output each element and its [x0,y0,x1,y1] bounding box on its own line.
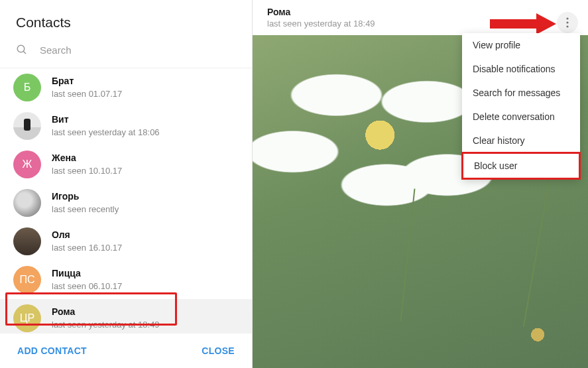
contact-status: last seen recently [52,204,119,215]
search-input[interactable] [40,44,236,56]
chat-options-menu: View profileDisable notificationsSearch … [462,33,580,179]
more-options-button[interactable] [557,12,578,33]
contact-name: Оля [52,229,122,241]
contact-body: Женаlast seen 10.10.17 [52,152,122,176]
menu-item[interactable]: Search for messages [462,81,580,105]
contact-name: Брат [52,75,122,87]
contact-name: Жена [52,152,122,164]
contact-status: last seen 10.10.17 [52,166,122,177]
avatar: Б [13,74,41,101]
contact-body: Братlast seen 01.07.17 [52,75,122,99]
contact-name: Пицца [52,267,122,279]
menu-item[interactable]: Clear history [462,129,580,153]
sidebar-title: Contacts [0,0,252,40]
search-icon [16,44,28,56]
contact-body: Витlast seen yesterday at 18:06 [52,113,160,138]
avatar: ПС [13,266,41,294]
avatar [13,112,41,140]
svg-point-0 [17,45,25,52]
avatar: Ж [13,151,41,178]
avatar [13,227,41,255]
menu-item[interactable]: Block user [461,152,581,180]
add-contact-button[interactable]: ADD CONTACT [17,345,87,356]
contact-row[interactable]: Витlast seen yesterday at 18:06 [0,107,252,145]
contacts-sidebar: Contacts ББратlast seen 01.07.17Витlast … [0,0,253,368]
contact-row[interactable]: Игорьlast seen recently [0,184,252,222]
menu-item[interactable]: Disable notifications [462,57,580,81]
contact-status: last seen yesterday at 18:06 [52,127,160,139]
svg-point-3 [566,21,568,23]
close-button[interactable]: CLOSE [202,345,235,356]
contact-name: Игорь [52,190,119,202]
svg-point-2 [566,17,568,19]
chat-status: last seen yesterday at 18:49 [267,19,548,29]
chat-title: Рома [267,7,548,17]
contact-row[interactable]: Оляlast seen 16.10.17 [0,222,252,261]
contact-name: Вит [52,113,160,125]
avatar [13,189,41,217]
contact-row[interactable]: ББратlast seen 01.07.17 [0,68,252,107]
contact-status: last seen 06.10.17 [52,281,122,292]
contact-body: Игорьlast seen recently [52,190,119,215]
menu-item[interactable]: Delete conversation [462,105,580,129]
sidebar-footer: ADD CONTACT CLOSE [0,334,252,368]
svg-point-4 [566,25,568,27]
contact-body: Пиццаlast seen 06.10.17 [52,267,122,292]
contact-body: Оляlast seen 16.10.17 [52,229,122,253]
more-vertical-icon [566,17,569,28]
chat-header: Рома last seen yesterday at 18:49 [253,0,588,35]
contact-row[interactable]: ЖЖенаlast seen 10.10.17 [0,145,252,184]
search-row[interactable] [0,40,252,68]
contact-status: last seen 01.07.17 [52,89,122,100]
svg-line-1 [23,51,26,54]
chat-pane: Рома last seen yesterday at 18:49 View p… [253,0,588,368]
menu-item[interactable]: View profile [462,33,580,57]
annotation-highlight-contact [5,292,177,326]
contact-status: last seen 16.10.17 [52,243,122,254]
